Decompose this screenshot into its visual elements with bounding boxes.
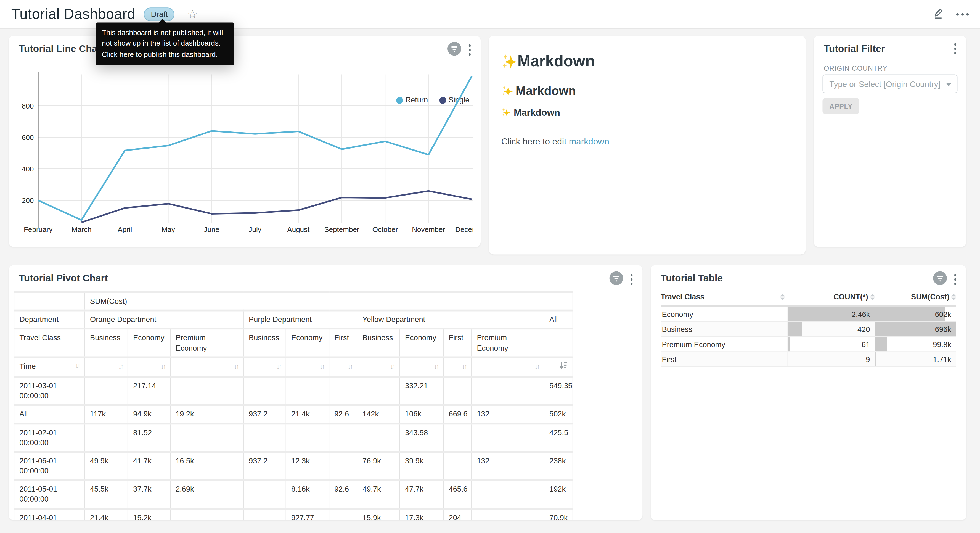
sort-toggle-icon[interactable]: ↓↑ (276, 362, 281, 370)
pivot-value-cell: 192k (544, 480, 573, 508)
svg-text:June: June (204, 225, 219, 234)
header-more-menu-icon[interactable] (956, 13, 969, 15)
sort-carets-icon[interactable] (870, 294, 875, 300)
pivot-value-cell (329, 508, 357, 520)
pivot-sort-cell: ↓↑ (170, 357, 243, 377)
column-header-count[interactable]: COUNT(*) (788, 293, 875, 302)
applied-filters-icon[interactable] (447, 42, 461, 58)
sort-toggle-icon[interactable]: ↓↑ (75, 362, 80, 371)
select-placeholder: Type or Select [Origin Country] (829, 79, 940, 88)
pivot-value-cell: 94.9k (128, 405, 170, 423)
pivot-table: SUM(Cost)DepartmentOrange DepartmentPurp… (14, 291, 573, 520)
column-header-travel-class[interactable]: Travel Class (660, 293, 788, 302)
sort-toggle-icon[interactable]: ↓↑ (161, 362, 165, 370)
pivot-sort-cell: ↓↑ (400, 357, 443, 377)
sort-toggle-icon[interactable]: ↓↑ (390, 362, 395, 370)
pivot-sort-cell: ↓↑ (471, 357, 544, 377)
line-chart-plot: 200400600800FebruaryMarchAprilMayJuneJul… (18, 71, 473, 236)
markdown-heading-text: Markdown (518, 52, 595, 70)
pivot-class-label: Travel Class (14, 329, 85, 357)
pivot-value-cell (243, 480, 286, 508)
pivot-value-cell: 19.2k (170, 405, 243, 423)
cell-count: 420 (788, 322, 875, 337)
pivot-value-cell (357, 423, 400, 452)
pivot-value-cell (243, 423, 286, 452)
applied-filters-icon[interactable] (609, 271, 623, 288)
cell-count: 61 (788, 337, 875, 351)
svg-text:400: 400 (22, 165, 34, 173)
apply-button[interactable]: APPLY (822, 98, 859, 114)
line-chart-card: Tutorial Line Chart ReturnSingle 2004006… (9, 36, 480, 247)
pivot-group-row: DepartmentOrange DepartmentPurple Depart… (14, 311, 573, 329)
pivot-chart-menu-icon[interactable] (629, 273, 634, 286)
filter-card-title: Tutorial Filter (824, 43, 885, 54)
table-card-menu-icon[interactable] (953, 273, 957, 286)
table-row: Premium Economy6199.8k (660, 337, 956, 352)
pivot-corner-cell (14, 292, 85, 310)
pivot-value-cell: 92.6 (329, 480, 357, 508)
pivot-value-cell: 81.52 (128, 423, 170, 452)
edit-dashboard-icon[interactable] (933, 6, 945, 22)
cell-sum-cost: 696k (875, 322, 956, 337)
pivot-value-cell: 76.9k (357, 452, 400, 480)
markdown-card: Markdown Markdown (488, 36, 805, 254)
sort-toggle-icon[interactable]: ↓↑ (320, 362, 324, 370)
cell-travel-class: Premium Economy (660, 337, 788, 351)
pivot-value-cell: 21.4k (85, 508, 128, 520)
markdown-edit-link[interactable]: markdown (569, 136, 609, 146)
line-chart-menu-icon[interactable] (467, 43, 472, 57)
sort-descending-icon[interactable] (559, 361, 567, 373)
applied-filters-icon[interactable] (933, 271, 947, 288)
svg-text:September: September (324, 225, 360, 234)
pivot-class-header: First (443, 329, 471, 357)
pivot-value-cell: 132 (471, 452, 544, 480)
svg-text:December: December (455, 225, 473, 234)
pivot-value-cell: 70.9k (544, 508, 573, 520)
favorite-star-icon[interactable]: ☆ (187, 8, 198, 20)
pivot-value-cell: 12.3k (286, 452, 329, 480)
pivot-class-header: Business (85, 329, 128, 357)
sort-toggle-icon[interactable]: ↓↑ (118, 362, 123, 370)
sort-carets-icon[interactable] (780, 294, 785, 300)
pivot-value-cell: 502k (544, 405, 573, 423)
table-card-title: Tutorial Table (660, 273, 723, 284)
origin-country-select[interactable]: Type or Select [Origin Country] (822, 74, 957, 93)
pivot-value-cell (85, 377, 128, 405)
pivot-group-header: Purple Department (243, 311, 357, 329)
sort-toggle-icon[interactable]: ↓↑ (234, 362, 238, 370)
pivot-group-header: Yellow Department (357, 311, 544, 329)
sort-toggle-icon[interactable]: ↓↑ (434, 362, 438, 370)
svg-text:October: October (372, 225, 398, 234)
pivot-value-cell: 16.5k (170, 452, 243, 480)
pivot-value-cell: 15.2k (128, 508, 170, 520)
pivot-value-cell: 92.6 (329, 405, 357, 423)
pivot-value-cell (170, 423, 243, 452)
cell-sum-cost: 602k (875, 307, 956, 321)
pivot-value-cell: 132 (471, 405, 544, 423)
sort-toggle-icon[interactable]: ↓↑ (535, 362, 539, 370)
markdown-heading-text: Markdown (514, 107, 560, 117)
pivot-data-row: 2011-06-01 00:00:0049.9k41.7k16.5k937.21… (14, 452, 573, 480)
pivot-class-header: Economy (286, 329, 329, 357)
sort-toggle-icon[interactable]: ↓↑ (462, 362, 466, 370)
pivot-value-cell: 937.2 (243, 405, 286, 423)
filter-card-menu-icon[interactable] (953, 42, 957, 56)
pivot-value-cell: 142k (357, 405, 400, 423)
svg-text:April: April (118, 225, 132, 234)
sort-toggle-icon[interactable]: ↓↑ (348, 362, 352, 370)
pivot-sort-cell: ↓↑ (443, 357, 471, 377)
pivot-value-cell: 669.6 (443, 405, 471, 423)
chevron-down-icon (946, 83, 951, 86)
sort-carets-icon[interactable] (951, 294, 956, 300)
pivot-class-row: Travel ClassBusinessEconomyPremium Econo… (14, 329, 573, 357)
cell-travel-class: Business (660, 322, 788, 337)
data-table: Travel ClassCOUNT(*)SUM(Cost)Economy2.46… (660, 290, 956, 367)
cell-travel-class: First (660, 352, 788, 367)
pivot-value-cell: 937.2 (243, 452, 286, 480)
pivot-value-cell: 37.7k (128, 480, 170, 508)
pivot-data-row: 2011-05-01 00:00:0045.5k37.7k2.69k8.16k9… (14, 480, 573, 508)
pivot-value-cell: 39.9k (400, 452, 443, 480)
column-header-sum-cost[interactable]: SUM(Cost) (875, 293, 956, 302)
pivot-value-cell (443, 452, 471, 480)
markdown-h1: Markdown (501, 52, 793, 70)
